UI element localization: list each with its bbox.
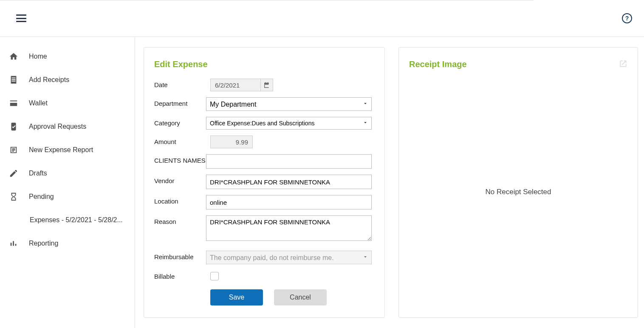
label-amount: Amount bbox=[154, 136, 210, 145]
billable-checkbox[interactable] bbox=[210, 272, 219, 280]
label-clients: CLIENTS NAMES bbox=[154, 154, 206, 164]
edit-icon bbox=[8, 168, 19, 178]
wallet-icon bbox=[8, 98, 19, 108]
label-billable: Billable bbox=[154, 270, 210, 280]
category-select[interactable]: Office Expense:Dues and Subscriptions bbox=[206, 117, 372, 130]
sidebar-item-label: Wallet bbox=[29, 99, 48, 107]
save-button[interactable]: Save bbox=[210, 289, 263, 305]
date-input[interactable] bbox=[210, 79, 260, 91]
receipt-image-title: Receipt Image bbox=[409, 59, 627, 69]
label-location: Location bbox=[154, 195, 206, 205]
vendor-input[interactable] bbox=[206, 175, 372, 189]
sidebar-item-add-receipts[interactable]: Add Receipts bbox=[0, 68, 135, 91]
label-date: Date bbox=[154, 79, 210, 88]
hourglass-icon bbox=[8, 192, 19, 202]
sidebar-item-label: Expenses - 5/2/2021 - 5/28/2... bbox=[30, 216, 123, 224]
sidebar-item-new-expense-report[interactable]: New Expense Report bbox=[0, 138, 135, 161]
sidebar-item-home[interactable]: Home bbox=[0, 45, 135, 68]
edit-expense-title: Edit Expense bbox=[154, 59, 372, 69]
sidebar-item-label: Reporting bbox=[29, 240, 58, 247]
external-link-icon[interactable] bbox=[619, 59, 627, 69]
sidebar-item-pending[interactable]: Pending bbox=[0, 185, 135, 208]
location-input[interactable] bbox=[206, 195, 372, 209]
sidebar-item-label: Approval Requests bbox=[29, 123, 86, 130]
receipt-image-card: Receipt Image No Receipt Selected bbox=[398, 47, 638, 318]
sidebar-item-drafts[interactable]: Drafts bbox=[0, 161, 135, 185]
hamburger-menu-icon[interactable] bbox=[16, 14, 26, 22]
sidebar-item-approval-requests[interactable]: Approval Requests bbox=[0, 115, 135, 138]
clients-input[interactable] bbox=[206, 154, 372, 169]
main-content: Edit Expense Date Department bbox=[135, 37, 644, 328]
label-reason: Reason bbox=[154, 215, 206, 225]
calendar-icon[interactable] bbox=[260, 79, 273, 91]
home-icon bbox=[8, 51, 19, 62]
sidebar: Home Add Receipts Wallet Approval Reques… bbox=[0, 37, 135, 328]
sidebar-item-reporting[interactable]: Reporting bbox=[0, 232, 135, 255]
department-select[interactable]: My Department bbox=[206, 97, 372, 111]
receipt-placeholder: No Receipt Selected bbox=[409, 79, 627, 305]
sidebar-item-label: Drafts bbox=[29, 170, 47, 177]
amount-input[interactable] bbox=[210, 136, 253, 148]
reimbursable-select[interactable]: The company paid, do not reimburse me. bbox=[206, 251, 372, 264]
edit-expense-card: Edit Expense Date Department bbox=[144, 47, 385, 318]
bar-chart-icon bbox=[8, 238, 19, 249]
reason-textarea[interactable] bbox=[206, 215, 372, 241]
approval-icon bbox=[8, 122, 19, 132]
label-category: Category bbox=[154, 117, 206, 127]
report-icon bbox=[8, 145, 19, 155]
label-vendor: Vendor bbox=[154, 175, 206, 184]
sidebar-item-expense-date-range[interactable]: Expenses - 5/2/2021 - 5/28/2... bbox=[0, 208, 135, 232]
label-department: Department bbox=[154, 97, 206, 107]
cancel-button[interactable]: Cancel bbox=[274, 289, 327, 305]
sidebar-item-wallet[interactable]: Wallet bbox=[0, 91, 135, 115]
receipt-icon bbox=[8, 75, 19, 85]
sidebar-item-label: New Expense Report bbox=[29, 146, 93, 154]
topbar: ? bbox=[0, 0, 644, 37]
sidebar-item-label: Pending bbox=[29, 193, 54, 201]
sidebar-item-label: Home bbox=[29, 53, 47, 60]
sidebar-item-label: Add Receipts bbox=[29, 76, 69, 84]
label-reimbursable: Reimbursable bbox=[154, 251, 206, 260]
help-icon[interactable]: ? bbox=[622, 13, 632, 23]
